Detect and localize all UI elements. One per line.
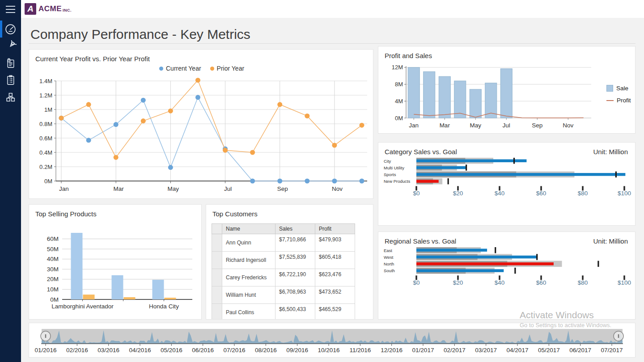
sidebar-item-dashboard[interactable] <box>0 21 21 38</box>
row-label: Sports <box>384 172 396 177</box>
data-point[interactable] <box>168 165 173 170</box>
card-category-sales-goal: Category Sales vs. Goal Unit: Million Ci… <box>378 142 636 226</box>
hamburger-menu-icon[interactable] <box>6 6 15 13</box>
column-header[interactable]: Profit <box>315 224 355 234</box>
top-selling-products-bar-chart[interactable]: 0M10M20M30M40M50M60MLamborghini Aventado… <box>34 223 198 318</box>
acme-logo[interactable]: A ACME INC. <box>25 3 72 15</box>
value-bar[interactable] <box>416 269 504 272</box>
sale-bar[interactable] <box>454 81 466 118</box>
legend-item[interactable]: Current Year <box>159 65 201 72</box>
sidebar-item-hierarchy[interactable] <box>0 88 21 105</box>
table-row[interactable]: Ann Quinn$7,710,866$479,903 <box>212 234 355 252</box>
data-point[interactable] <box>250 179 255 184</box>
invoice-icon <box>4 57 17 69</box>
x-tick-label: Jul <box>503 122 510 129</box>
table-row[interactable]: Carey Fredericks$6,722,190$623,476 <box>212 269 355 286</box>
sale-bar[interactable] <box>439 76 450 118</box>
sale-bar[interactable] <box>408 67 419 118</box>
data-point[interactable] <box>59 116 64 121</box>
range-handle-right[interactable] <box>614 331 623 341</box>
value-bar[interactable] <box>416 160 526 163</box>
data-point[interactable] <box>168 109 173 114</box>
profit-and-sales-chart[interactable]: 0M4M8M12MJanMarMayJulSepNov <box>381 61 605 131</box>
legend-item[interactable]: Sale <box>606 85 631 92</box>
select-cell[interactable] <box>212 304 222 320</box>
data-point[interactable] <box>360 123 364 128</box>
timeline-tick-label: 11/2016 <box>349 347 371 354</box>
data-point[interactable] <box>195 78 200 83</box>
data-point[interactable] <box>223 148 228 153</box>
column-header[interactable]: Sales <box>275 224 315 234</box>
profit-bar[interactable] <box>83 295 95 299</box>
select-cell[interactable] <box>212 252 222 269</box>
range-handle-left[interactable] <box>41 331 51 341</box>
top-customers-table[interactable]: NameSalesProfitAnn Quinn$7,710,866$479,9… <box>212 223 355 320</box>
select-cell[interactable] <box>212 234 222 252</box>
top-strip: A ACME INC. <box>21 0 644 18</box>
select-cell[interactable] <box>212 269 222 286</box>
data-point[interactable] <box>277 102 282 107</box>
data-point[interactable] <box>114 155 119 160</box>
card-top-selling-products: Top Selling Products 0M10M20M30M40M50M60… <box>29 204 202 320</box>
sidebar-item-analytics[interactable] <box>0 38 21 55</box>
y-tick-label: 0M <box>44 178 52 185</box>
sale-bar[interactable] <box>500 69 512 118</box>
value-bar[interactable] <box>416 173 625 176</box>
x-tick-label: Jan <box>409 122 419 129</box>
timeline-tick-label: 09/2016 <box>286 347 308 354</box>
data-point[interactable] <box>141 98 146 103</box>
data-point[interactable] <box>250 150 255 155</box>
data-point[interactable] <box>195 95 200 100</box>
table-row[interactable]: Paul Collins$6,500,433$465,529 <box>212 304 355 320</box>
timeline-tick-label: 06/2016 <box>192 347 214 354</box>
profit-vs-prior-line-chart[interactable]: 0M0.2M0.4M0.6M0.8M1M1.2M1.4MJanMarMayJul… <box>33 75 370 196</box>
select-cell[interactable] <box>212 286 222 304</box>
x-tick-label: Nov <box>332 185 343 192</box>
sales-bar[interactable] <box>153 280 164 299</box>
column-header[interactable]: Name <box>222 224 275 234</box>
line-chart-legend: Current YearPrior Year <box>159 65 244 72</box>
data-point[interactable] <box>305 179 309 184</box>
data-point[interactable] <box>141 118 146 123</box>
data-point[interactable] <box>332 143 337 148</box>
header-divider <box>29 43 636 44</box>
sale-bar[interactable] <box>424 72 435 118</box>
value-bar[interactable] <box>416 166 466 169</box>
target-marker <box>514 268 516 274</box>
data-point[interactable] <box>360 179 364 184</box>
legend-item[interactable]: Prior Year <box>210 65 244 72</box>
value-bar[interactable] <box>416 180 439 183</box>
chart-title: Category Sales vs. Goal <box>385 148 457 156</box>
profit-bar[interactable] <box>124 297 136 299</box>
value-bar[interactable] <box>416 262 554 265</box>
data-point[interactable] <box>305 114 309 118</box>
sidebar-item-invoices[interactable] <box>0 55 21 72</box>
sales-bar[interactable] <box>71 233 83 299</box>
regional-bullet-chart[interactable]: EastWestNorthSouth$0$20$40$60$80$100 <box>383 245 631 299</box>
table-row[interactable]: Richard Ingersoll$7,525,839$605,418 <box>212 252 355 269</box>
unit-label: Unit: Million <box>593 148 628 156</box>
data-point[interactable] <box>86 102 91 107</box>
timeline-range-slider[interactable]: 01/201602/201603/201604/201605/201606/20… <box>29 323 635 357</box>
category-bullet-chart[interactable]: CityMulti UtilitySportsNew Products$0$20… <box>383 156 631 210</box>
value-bar[interactable] <box>416 249 487 252</box>
sale-bar[interactable] <box>470 89 481 118</box>
value-cell: $465,529 <box>315 304 355 320</box>
timeline-tick-label: 10/2016 <box>318 347 340 354</box>
data-point[interactable] <box>86 138 91 143</box>
sales-bar[interactable] <box>112 275 123 299</box>
data-point[interactable] <box>114 122 119 127</box>
sidebar-item-tasks[interactable] <box>0 72 21 88</box>
x-tick-label: Mar <box>440 122 450 129</box>
y-tick-label: 8M <box>395 81 403 88</box>
profit-bar[interactable] <box>165 298 176 299</box>
data-point[interactable] <box>277 179 282 184</box>
data-point[interactable] <box>332 179 337 184</box>
timeline-tick-label: 12/2016 <box>381 347 402 354</box>
value-bar[interactable] <box>416 256 537 259</box>
axis-tick-label: $0 <box>413 279 419 286</box>
table-row[interactable]: William Hunt$6,708,963$473,652 <box>212 286 355 304</box>
row-label: East <box>384 248 392 253</box>
legend-item[interactable]: Profit <box>606 97 631 104</box>
target-marker <box>615 172 617 178</box>
